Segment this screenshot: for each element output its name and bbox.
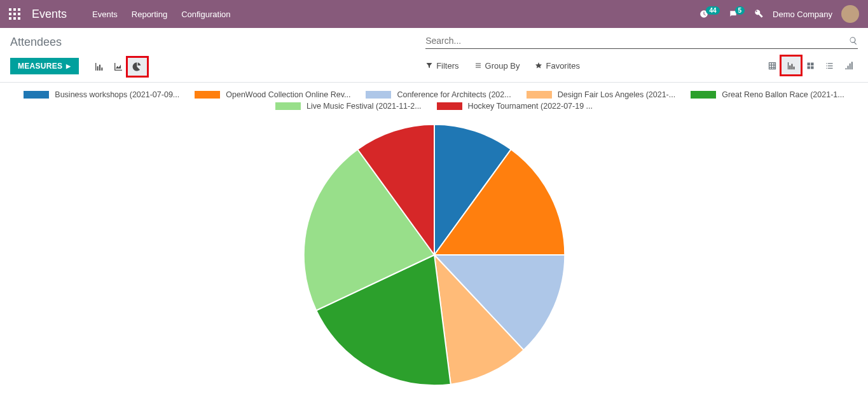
- legend-swatch: [275, 102, 301, 110]
- pie-chart-icon: [132, 62, 142, 72]
- grid-icon: [768, 61, 777, 71]
- brand-title: Events: [32, 8, 67, 21]
- company-name[interactable]: Demo Company: [773, 10, 832, 19]
- favorites-label: Favorites: [546, 61, 579, 71]
- legend-label: Business workshops (2021-07-09...: [55, 90, 179, 99]
- search-icon[interactable]: [849, 36, 858, 45]
- legend-item[interactable]: Business workshops (2021-07-09...: [24, 89, 179, 100]
- nav-link-reporting[interactable]: Reporting: [132, 10, 167, 19]
- measures-label: MEASURES: [18, 62, 62, 71]
- bar-chart-button[interactable]: [90, 58, 109, 76]
- filter-row: Filters Group By Favorites: [425, 57, 858, 74]
- measures-button[interactable]: MEASURES ▶: [10, 58, 79, 74]
- view-switcher: [762, 57, 858, 74]
- activity-button[interactable]: 44: [699, 10, 719, 18]
- activity-count: 44: [706, 6, 719, 15]
- legend-swatch: [437, 102, 462, 110]
- messages-count: 5: [735, 6, 745, 15]
- top-nav: Events Events Reporting Configuration 44…: [0, 0, 868, 28]
- filters-label: Filters: [436, 61, 458, 71]
- kanban-view-button[interactable]: [801, 57, 820, 74]
- filters-button[interactable]: Filters: [425, 61, 458, 71]
- favorites-button[interactable]: Favorites: [535, 61, 579, 71]
- legend-label: Live Music Festival (2021-11-2...: [307, 102, 422, 111]
- legend-label: Hockey Tournament (2022-07-19 ...: [468, 102, 593, 111]
- settings-button[interactable]: [754, 8, 764, 20]
- area-chart-icon: [113, 62, 123, 72]
- avatar[interactable]: [841, 5, 859, 23]
- legend-item[interactable]: Live Music Festival (2021-11-2...: [275, 100, 422, 112]
- legend-item[interactable]: Design Fair Los Angeles (2021-...: [527, 89, 676, 100]
- pie-svg: [298, 118, 571, 392]
- wrench-icon: [754, 8, 764, 18]
- messages-button[interactable]: 5: [729, 10, 745, 18]
- groupby-label: Group By: [485, 61, 520, 71]
- legend-item[interactable]: Great Reno Ballon Race (2021-1...: [691, 89, 844, 100]
- list-icon: [474, 62, 482, 69]
- search-input[interactable]: [425, 36, 849, 46]
- star-icon: [535, 62, 542, 69]
- dashboard-view-button[interactable]: [839, 57, 858, 74]
- search-bar: [425, 36, 858, 49]
- apps-icon[interactable]: [9, 8, 20, 20]
- legend-swatch: [691, 91, 716, 99]
- legend-label: Design Fair Los Angeles (2021-...: [558, 90, 676, 99]
- kanban-icon: [806, 61, 815, 71]
- legend-swatch: [24, 91, 49, 99]
- chart-legend: Business workshops (2021-07-09...OpenWoo…: [0, 83, 868, 114]
- legend-label: Great Reno Ballon Race (2021-1...: [722, 90, 844, 99]
- legend-swatch: [527, 91, 552, 99]
- nav-right: 44 5 Demo Company: [699, 5, 859, 23]
- nav-link-configuration[interactable]: Configuration: [181, 10, 230, 19]
- legend-swatch: [195, 91, 220, 99]
- pie-chart-button[interactable]: [128, 58, 147, 76]
- bar-chart-icon: [94, 62, 104, 72]
- chart-type-group: [90, 58, 147, 76]
- pivot-view-button[interactable]: [762, 57, 782, 74]
- legend-item[interactable]: OpenWood Collection Online Rev...: [195, 89, 350, 100]
- pie-chart: [0, 114, 868, 392]
- groupby-button[interactable]: Group By: [474, 61, 520, 71]
- graph-view-button[interactable]: [782, 57, 801, 74]
- nav-links: Events Reporting Configuration: [92, 10, 230, 19]
- legend-swatch: [366, 91, 391, 99]
- legend-label: OpenWood Collection Online Rev...: [226, 90, 350, 99]
- funnel-icon: [425, 62, 433, 69]
- legend-item[interactable]: Conference for Architects (202...: [366, 89, 511, 100]
- line-chart-button[interactable]: [109, 58, 128, 76]
- legend-label: Conference for Architects (202...: [397, 90, 511, 99]
- signal-icon: [844, 61, 853, 71]
- page-title: Attendees: [10, 36, 425, 49]
- nav-link-events[interactable]: Events: [92, 10, 118, 19]
- list-view-button[interactable]: [820, 57, 839, 74]
- list-lines-icon: [825, 61, 834, 71]
- control-panel: Attendees MEASURES ▶ Filters: [0, 28, 868, 83]
- bar-chart-icon: [787, 61, 796, 71]
- legend-item[interactable]: Hockey Tournament (2022-07-19 ...: [437, 100, 593, 112]
- caret-right-icon: ▶: [66, 63, 71, 69]
